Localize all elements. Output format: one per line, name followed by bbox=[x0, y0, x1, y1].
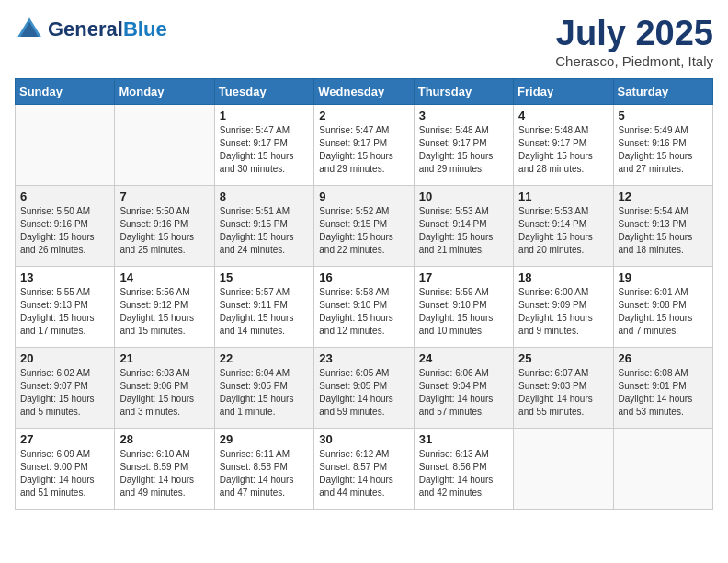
calendar-day-cell: 17Sunrise: 5:59 AM Sunset: 9:10 PM Dayli… bbox=[414, 266, 513, 347]
day-info: Sunrise: 6:11 AM Sunset: 8:58 PM Dayligh… bbox=[220, 448, 309, 500]
logo: GeneralBlue bbox=[15, 15, 167, 44]
calendar-day-cell: 15Sunrise: 5:57 AM Sunset: 9:11 PM Dayli… bbox=[214, 266, 313, 347]
calendar-day-cell: 12Sunrise: 5:54 AM Sunset: 9:13 PM Dayli… bbox=[613, 185, 712, 266]
calendar-day-cell: 11Sunrise: 5:53 AM Sunset: 9:14 PM Dayli… bbox=[514, 185, 613, 266]
day-number: 20 bbox=[20, 351, 109, 365]
day-info: Sunrise: 5:53 AM Sunset: 9:14 PM Dayligh… bbox=[419, 205, 508, 257]
day-info: Sunrise: 5:50 AM Sunset: 9:16 PM Dayligh… bbox=[119, 205, 209, 257]
day-info: Sunrise: 5:54 AM Sunset: 9:13 PM Dayligh… bbox=[619, 205, 708, 257]
day-number: 2 bbox=[319, 109, 408, 122]
calendar-week-row: 20Sunrise: 6:02 AM Sunset: 9:07 PM Dayli… bbox=[16, 347, 713, 428]
day-info: Sunrise: 5:55 AM Sunset: 9:13 PM Dayligh… bbox=[20, 286, 109, 338]
calendar-day-cell: 23Sunrise: 6:05 AM Sunset: 9:05 PM Dayli… bbox=[314, 347, 414, 428]
day-info: Sunrise: 5:49 AM Sunset: 9:16 PM Dayligh… bbox=[619, 124, 708, 176]
weekday-header-friday: Friday bbox=[514, 78, 613, 104]
calendar-day-cell bbox=[514, 428, 613, 509]
day-info: Sunrise: 5:47 AM Sunset: 9:17 PM Dayligh… bbox=[220, 124, 309, 176]
page-header: GeneralBlue July 2025 Cherasco, Piedmont… bbox=[15, 15, 713, 69]
title-block: July 2025 Cherasco, Piedmont, Italy bbox=[555, 15, 713, 69]
day-info: Sunrise: 5:51 AM Sunset: 9:15 PM Dayligh… bbox=[220, 205, 309, 257]
month-title: July 2025 bbox=[555, 15, 713, 53]
location: Cherasco, Piedmont, Italy bbox=[555, 53, 713, 69]
day-number: 3 bbox=[419, 109, 508, 122]
calendar-day-cell: 24Sunrise: 6:06 AM Sunset: 9:04 PM Dayli… bbox=[414, 347, 513, 428]
calendar-day-cell: 6Sunrise: 5:50 AM Sunset: 9:16 PM Daylig… bbox=[16, 185, 115, 266]
weekday-header-thursday: Thursday bbox=[414, 78, 513, 104]
weekday-header-tuesday: Tuesday bbox=[214, 78, 313, 104]
day-info: Sunrise: 6:09 AM Sunset: 9:00 PM Dayligh… bbox=[20, 448, 109, 500]
weekday-header-wednesday: Wednesday bbox=[314, 78, 414, 104]
calendar-day-cell: 5Sunrise: 5:49 AM Sunset: 9:16 PM Daylig… bbox=[613, 104, 712, 185]
day-number: 1 bbox=[220, 109, 309, 122]
day-number: 9 bbox=[319, 190, 408, 203]
day-number: 15 bbox=[220, 270, 309, 284]
weekday-header-row: SundayMondayTuesdayWednesdayThursdayFrid… bbox=[16, 78, 713, 104]
day-info: Sunrise: 6:02 AM Sunset: 9:07 PM Dayligh… bbox=[20, 367, 109, 419]
day-number: 4 bbox=[518, 109, 608, 122]
day-info: Sunrise: 5:59 AM Sunset: 9:10 PM Dayligh… bbox=[419, 286, 508, 338]
day-info: Sunrise: 6:10 AM Sunset: 8:59 PM Dayligh… bbox=[119, 448, 209, 500]
day-info: Sunrise: 6:00 AM Sunset: 9:09 PM Dayligh… bbox=[518, 286, 608, 338]
day-number: 6 bbox=[20, 190, 109, 203]
day-number: 23 bbox=[319, 351, 408, 365]
calendar-day-cell: 19Sunrise: 6:01 AM Sunset: 9:08 PM Dayli… bbox=[613, 266, 712, 347]
calendar-day-cell: 31Sunrise: 6:13 AM Sunset: 8:56 PM Dayli… bbox=[414, 428, 513, 509]
calendar-table: SundayMondayTuesdayWednesdayThursdayFrid… bbox=[15, 78, 713, 510]
calendar-day-cell: 18Sunrise: 6:00 AM Sunset: 9:09 PM Dayli… bbox=[514, 266, 613, 347]
calendar-week-row: 1Sunrise: 5:47 AM Sunset: 9:17 PM Daylig… bbox=[16, 104, 713, 185]
calendar-day-cell: 13Sunrise: 5:55 AM Sunset: 9:13 PM Dayli… bbox=[16, 266, 115, 347]
day-info: Sunrise: 5:58 AM Sunset: 9:10 PM Dayligh… bbox=[319, 286, 408, 338]
day-info: Sunrise: 6:13 AM Sunset: 8:56 PM Dayligh… bbox=[419, 448, 508, 500]
day-info: Sunrise: 5:50 AM Sunset: 9:16 PM Dayligh… bbox=[20, 205, 109, 257]
calendar-day-cell bbox=[115, 104, 214, 185]
calendar-day-cell bbox=[613, 428, 712, 509]
calendar-day-cell: 7Sunrise: 5:50 AM Sunset: 9:16 PM Daylig… bbox=[115, 185, 214, 266]
calendar-day-cell: 30Sunrise: 6:12 AM Sunset: 8:57 PM Dayli… bbox=[314, 428, 414, 509]
day-info: Sunrise: 5:48 AM Sunset: 9:17 PM Dayligh… bbox=[518, 124, 608, 176]
day-info: Sunrise: 5:56 AM Sunset: 9:12 PM Dayligh… bbox=[119, 286, 209, 338]
calendar-day-cell: 22Sunrise: 6:04 AM Sunset: 9:05 PM Dayli… bbox=[214, 347, 313, 428]
calendar-day-cell: 28Sunrise: 6:10 AM Sunset: 8:59 PM Dayli… bbox=[115, 428, 214, 509]
day-info: Sunrise: 5:47 AM Sunset: 9:17 PM Dayligh… bbox=[319, 124, 408, 176]
calendar-day-cell: 21Sunrise: 6:03 AM Sunset: 9:06 PM Dayli… bbox=[115, 347, 214, 428]
calendar-day-cell: 14Sunrise: 5:56 AM Sunset: 9:12 PM Dayli… bbox=[115, 266, 214, 347]
day-info: Sunrise: 5:48 AM Sunset: 9:17 PM Dayligh… bbox=[419, 124, 508, 176]
day-info: Sunrise: 6:04 AM Sunset: 9:05 PM Dayligh… bbox=[220, 367, 309, 419]
weekday-header-saturday: Saturday bbox=[613, 78, 712, 104]
day-number: 30 bbox=[319, 432, 408, 446]
calendar-week-row: 6Sunrise: 5:50 AM Sunset: 9:16 PM Daylig… bbox=[16, 185, 713, 266]
weekday-header-monday: Monday bbox=[115, 78, 214, 104]
day-number: 19 bbox=[619, 270, 708, 284]
day-info: Sunrise: 6:12 AM Sunset: 8:57 PM Dayligh… bbox=[319, 448, 408, 500]
logo-icon bbox=[15, 15, 44, 44]
calendar-day-cell: 26Sunrise: 6:08 AM Sunset: 9:01 PM Dayli… bbox=[613, 347, 712, 428]
day-number: 26 bbox=[619, 351, 708, 365]
calendar-week-row: 13Sunrise: 5:55 AM Sunset: 9:13 PM Dayli… bbox=[16, 266, 713, 347]
day-number: 18 bbox=[518, 270, 608, 284]
day-number: 28 bbox=[119, 432, 209, 446]
day-number: 21 bbox=[119, 351, 209, 365]
calendar-week-row: 27Sunrise: 6:09 AM Sunset: 9:00 PM Dayli… bbox=[16, 428, 713, 509]
calendar-day-cell: 10Sunrise: 5:53 AM Sunset: 9:14 PM Dayli… bbox=[414, 185, 513, 266]
day-number: 27 bbox=[20, 432, 109, 446]
calendar-day-cell: 20Sunrise: 6:02 AM Sunset: 9:07 PM Dayli… bbox=[16, 347, 115, 428]
day-number: 14 bbox=[119, 270, 209, 284]
day-number: 8 bbox=[220, 190, 309, 203]
calendar-day-cell: 25Sunrise: 6:07 AM Sunset: 9:03 PM Dayli… bbox=[514, 347, 613, 428]
day-number: 22 bbox=[220, 351, 309, 365]
day-number: 10 bbox=[419, 190, 508, 203]
day-number: 16 bbox=[319, 270, 408, 284]
calendar-day-cell: 16Sunrise: 5:58 AM Sunset: 9:10 PM Dayli… bbox=[314, 266, 414, 347]
day-number: 29 bbox=[220, 432, 309, 446]
calendar-day-cell bbox=[16, 104, 115, 185]
day-number: 17 bbox=[419, 270, 508, 284]
day-number: 5 bbox=[619, 109, 708, 122]
day-info: Sunrise: 5:52 AM Sunset: 9:15 PM Dayligh… bbox=[319, 205, 408, 257]
day-number: 7 bbox=[119, 190, 209, 203]
day-number: 11 bbox=[518, 190, 608, 203]
day-info: Sunrise: 6:06 AM Sunset: 9:04 PM Dayligh… bbox=[419, 367, 508, 419]
day-info: Sunrise: 6:08 AM Sunset: 9:01 PM Dayligh… bbox=[619, 367, 708, 419]
weekday-header-sunday: Sunday bbox=[16, 78, 115, 104]
day-number: 24 bbox=[419, 351, 508, 365]
logo-text: GeneralBlue bbox=[48, 18, 167, 40]
